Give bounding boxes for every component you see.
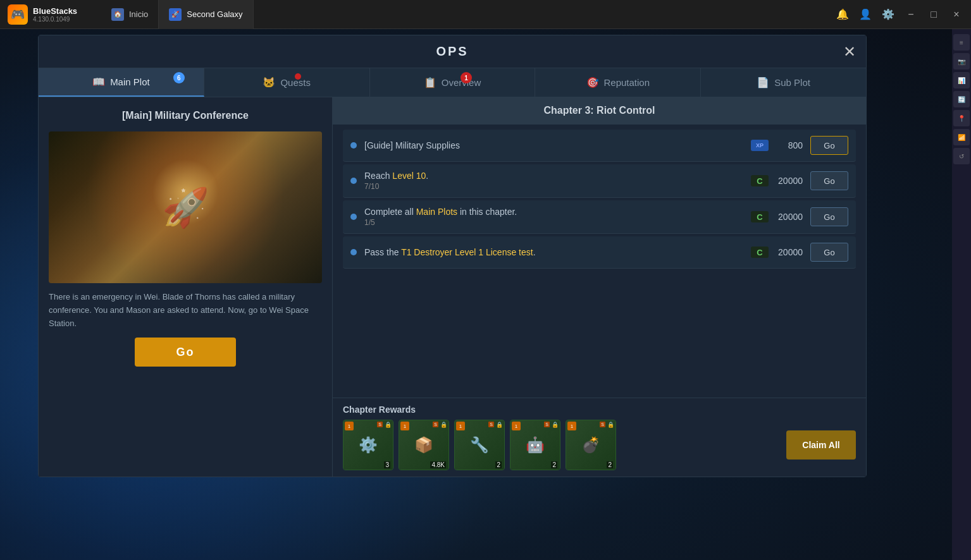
main-plot-label: Main Plot xyxy=(110,76,150,87)
reward-s-badge-1: S xyxy=(377,422,383,427)
mission-image xyxy=(49,131,322,283)
credits-icon-2: C xyxy=(751,175,769,186)
reward-lock-2: 🔒 xyxy=(440,422,447,428)
objective-3-go-button[interactable]: Go xyxy=(810,207,848,226)
reward-s-badge-5: S xyxy=(600,422,605,427)
reward-item-3: 🔧 S 🔒 2 xyxy=(454,420,505,470)
main-plot-badge: 6 xyxy=(173,72,185,83)
mission-title: [Main] Military Conference xyxy=(49,107,322,124)
reward-lock-1: 🔒 xyxy=(385,422,392,428)
sidebar-btn-2[interactable]: 📷 xyxy=(953,53,970,70)
reward-s-badge-3: S xyxy=(488,422,494,427)
left-panel: [Main] Military Conference There is an e… xyxy=(39,97,333,477)
sidebar-btn-4[interactable]: 🔄 xyxy=(953,91,970,107)
objective-1-go-button[interactable]: Go xyxy=(810,136,848,155)
reward-count-5: 2 xyxy=(607,461,613,468)
obj-reward-1: XP 800 xyxy=(751,140,803,151)
main-plots-highlight: Main Plots xyxy=(416,207,457,217)
obj-label-4: Pass the T1 Destroyer Level 1 License te… xyxy=(364,247,743,257)
credits-icon-3: C xyxy=(751,211,769,222)
reward-item-5: 💣 S 🔒 2 xyxy=(566,420,616,470)
license-highlight: T1 Destroyer Level 1 License test xyxy=(401,247,533,257)
obj-reward-3: C 20000 xyxy=(751,211,803,222)
reward-s-badge-2: S xyxy=(433,422,438,427)
objective-4-go-button[interactable]: Go xyxy=(810,243,848,262)
dialog-header: OPS ✕ xyxy=(39,35,866,68)
sub-plot-icon: 📄 xyxy=(757,76,769,88)
mission-description: There is an emergency in Wei. Blade of T… xyxy=(49,291,322,330)
obj-reward-4: C 20000 xyxy=(751,247,803,258)
main-plot-icon: 📖 xyxy=(92,76,105,88)
right-panel: Chapter 3: Riot Control [Guide] Military… xyxy=(333,97,866,477)
reward-count-4: 2 xyxy=(551,461,557,468)
obj-bullet-4 xyxy=(350,249,357,255)
reward-lock-3: 🔒 xyxy=(496,422,503,428)
sidebar-btn-1[interactable]: ≡ xyxy=(953,34,970,51)
reward-amount-3: 20000 xyxy=(772,212,803,222)
chapter-header: Chapter 3: Riot Control xyxy=(333,97,866,125)
level-highlight: Level 10 xyxy=(392,171,426,181)
objective-2-go-button[interactable]: Go xyxy=(810,171,848,190)
objective-row: [Guide] Military Supplies XP 800 Go xyxy=(343,130,856,162)
reward-amount-2: 20000 xyxy=(772,176,803,186)
maximize-button[interactable]: □ xyxy=(924,5,943,24)
mission-go-button[interactable]: Go xyxy=(135,338,236,367)
tab-second-galaxy[interactable]: 🚀 Second Galaxy xyxy=(159,0,253,29)
tab-main-plot[interactable]: 📖 Main Plot 6 xyxy=(39,68,204,97)
objective-row: Pass the T1 Destroyer Level 1 License te… xyxy=(343,236,856,269)
reward-count-3: 2 xyxy=(495,461,502,468)
user-icon[interactable]: 👤 xyxy=(856,5,875,24)
tab-sub-plot[interactable]: 📄 Sub Plot xyxy=(701,68,866,97)
nav-tabs: 📖 Main Plot 6 🐱 Quests 📋 Overview 1 🎯 Re… xyxy=(39,68,866,97)
minimize-button[interactable]: − xyxy=(901,5,920,24)
obj-text-4: Pass the T1 Destroyer Level 1 License te… xyxy=(364,247,743,257)
reputation-label: Reputation xyxy=(604,77,650,88)
dialog-title: OPS xyxy=(436,44,468,58)
settings-icon[interactable]: ⚙️ xyxy=(879,5,898,24)
obj-label-3: Complete all Main Plots in this chapter. xyxy=(364,207,743,217)
obj-progress-2: 7/10 xyxy=(364,182,743,191)
dialog-close-button[interactable]: ✕ xyxy=(843,44,856,59)
chapter-rewards: Chapter Rewards ⚙️ S 🔒 3 📦 S 🔒 4.8K xyxy=(333,398,866,477)
sidebar-btn-7[interactable]: ↺ xyxy=(953,148,970,164)
sidebar-btn-6[interactable]: 📶 xyxy=(953,129,970,145)
bluestacks-icon: 🎮 xyxy=(8,4,28,25)
credits-icon-4: C xyxy=(751,247,769,258)
overview-icon: 📋 xyxy=(424,76,436,88)
reward-lock-5: 🔒 xyxy=(607,422,614,428)
obj-text-1: [Guide] Military Supplies xyxy=(364,140,743,150)
obj-progress-3: 1/5 xyxy=(364,218,743,227)
reputation-icon: 🎯 xyxy=(586,76,599,88)
notification-icon[interactable]: 🔔 xyxy=(833,5,852,24)
claim-all-button[interactable]: Claim All xyxy=(786,430,856,460)
obj-bullet-1 xyxy=(350,142,357,149)
reward-amount-1: 800 xyxy=(772,140,803,150)
tab-quests[interactable]: 🐱 Quests xyxy=(204,68,370,97)
obj-text-3: Complete all Main Plots in this chapter.… xyxy=(364,207,743,227)
sidebar-btn-3[interactable]: 📊 xyxy=(953,72,970,88)
reward-lock-4: 🔒 xyxy=(552,422,559,428)
rewards-items-row: ⚙️ S 🔒 3 📦 S 🔒 4.8K 🔧 S 🔒 xyxy=(343,420,856,470)
objectives-list: [Guide] Military Supplies XP 800 Go Reac… xyxy=(333,125,866,398)
obj-label-1: [Guide] Military Supplies xyxy=(364,140,743,150)
sub-plot-label: Sub Plot xyxy=(774,77,810,88)
close-button[interactable]: × xyxy=(947,5,966,24)
tab-reputation[interactable]: 🎯 Reputation xyxy=(535,68,701,97)
right-sidebar: ≡ 📷 📊 🔄 📍 📶 ↺ xyxy=(952,29,971,560)
sidebar-btn-5[interactable]: 📍 xyxy=(953,110,970,126)
obj-label-2: Reach Level 10. xyxy=(364,171,743,181)
app-logo: 🎮 BlueStacks 4.130.0.1049 xyxy=(0,4,101,25)
dialog-content: [Main] Military Conference There is an e… xyxy=(39,97,866,477)
obj-reward-2: C 20000 xyxy=(751,175,803,186)
obj-text-2: Reach Level 10. 7/10 xyxy=(364,171,743,191)
objective-row: Complete all Main Plots in this chapter.… xyxy=(343,200,856,234)
reward-item-4: 🤖 S 🔒 2 xyxy=(510,420,560,470)
app-name: BlueStacks xyxy=(33,6,77,16)
rewards-title: Chapter Rewards xyxy=(343,405,856,415)
obj-bullet-3 xyxy=(350,214,357,220)
ops-dialog: OPS ✕ 📖 Main Plot 6 🐱 Quests 📋 Overview … xyxy=(38,35,867,477)
tab-overview[interactable]: 📋 Overview 1 xyxy=(370,68,536,97)
tab-inicio[interactable]: 🏠 Inicio xyxy=(101,0,159,29)
taskbar: 🎮 BlueStacks 4.130.0.1049 🏠 Inicio 🚀 Sec… xyxy=(0,0,971,29)
app-version: 4.130.0.1049 xyxy=(33,16,77,23)
